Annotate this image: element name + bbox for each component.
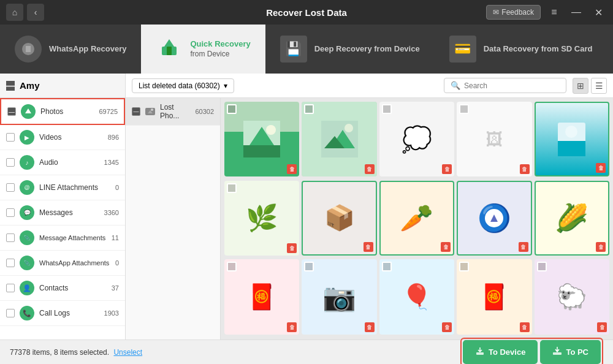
to-pc-label: To PC — [566, 347, 588, 357]
waattach-count: 0 — [115, 259, 119, 267]
title-bar-actions: ✉ Feedback ≡ — ✕ — [486, 4, 607, 21]
recovery-icon — [158, 38, 180, 60]
delete-icon-10[interactable]: 🗑 — [596, 242, 606, 252]
photos-checkbox[interactable]: — — [7, 107, 16, 116]
dropdown-arrow-icon: ▾ — [224, 82, 227, 90]
line-icon: @ — [20, 180, 34, 195]
delete-icon-7[interactable]: 🗑 — [364, 242, 373, 252]
sidebar-item-line[interactable]: @ LINE Attachments 0 — [0, 175, 125, 200]
photo-cell-7[interactable]: 📦 🗑 — [302, 181, 376, 256]
tab-sdcard[interactable]: 💳 Data Recovery from SD Card — [435, 25, 607, 74]
back-button[interactable]: ‹ — [27, 4, 44, 21]
waattach-checkbox[interactable] — [6, 259, 15, 267]
envelope-icon: ✉ — [493, 8, 499, 17]
delete-icon-12[interactable]: 🗑 — [365, 322, 375, 332]
svg-marker-4 — [25, 108, 31, 113]
delete-icon-15[interactable]: 🗑 — [597, 322, 607, 332]
list-view-button[interactable]: ☰ — [591, 78, 607, 94]
wa-attach-icon: 📎 — [24, 260, 30, 266]
feedback-button[interactable]: ✉ Feedback — [486, 5, 541, 20]
nav-tabs: WhatsApp Recovery Quick Recovery from De… — [0, 25, 613, 74]
camera-emoji: 📷 — [322, 281, 356, 313]
sidebar-item-videos[interactable]: ▶ Videos 896 — [0, 125, 125, 150]
search-input[interactable] — [464, 82, 560, 90]
photo-cell-1[interactable]: 🗑 — [224, 102, 299, 176]
delete-icon-13[interactable]: 🗑 — [442, 322, 452, 332]
sidebar-item-photos[interactable]: — Photos 69725 — [0, 98, 125, 125]
tab-deep-recovery[interactable]: 💾 Deep Recovery from Device — [265, 25, 435, 74]
to-pc-button[interactable]: To PC — [540, 340, 601, 364]
delete-icon-3[interactable]: 🗑 — [442, 164, 452, 174]
sidebar-item-msgattach[interactable]: 📎 Message Attachments 11 — [0, 226, 125, 251]
msgattach-checkbox[interactable] — [6, 233, 15, 242]
messages-checkbox[interactable] — [6, 208, 15, 217]
photo-cell-11[interactable]: 🧧 🗑 — [224, 259, 299, 334]
sidebar-item-calllogs[interactable]: 📞 Call Logs 1903 — [0, 301, 125, 326]
videos-checkbox[interactable] — [6, 133, 15, 142]
photo-cell-10[interactable]: 🌽 🗑 — [535, 181, 609, 256]
delete-icon-5[interactable]: 🗑 — [596, 163, 606, 173]
delete-icon-4[interactable]: 🗑 — [520, 164, 530, 174]
photo-checkbox-12[interactable] — [304, 262, 314, 271]
photo-cell-14[interactable]: 🧧 🗑 — [457, 259, 531, 334]
filter-dropdown[interactable]: List deleted data (60302) ▾ — [132, 78, 234, 93]
quick-recovery-icon — [156, 36, 183, 63]
photo-cell-15[interactable]: 🐑 🗑 — [535, 259, 609, 334]
box-emoji: 📦 — [324, 203, 355, 232]
menu-button[interactable]: ≡ — [546, 4, 563, 21]
delete-icon-1[interactable]: 🗑 — [287, 164, 297, 174]
minimize-button[interactable]: — — [568, 4, 585, 21]
sidebar-item-messages[interactable]: 💬 Messages 3360 — [0, 200, 125, 226]
content-toolbar: List deleted data (60302) ▾ 🔍 ⊞ ☰ — [126, 74, 613, 98]
delete-icon-9[interactable]: 🗑 — [519, 242, 528, 252]
waattach-label: WhatsApp Attachments — [39, 259, 110, 267]
photo-cell-12[interactable]: 📷 🗑 — [302, 259, 376, 334]
photo-checkbox-1[interactable] — [227, 104, 237, 114]
photo-checkbox-3[interactable] — [382, 104, 392, 114]
delete-icon-8[interactable]: 🗑 — [441, 242, 451, 252]
photo-cell-2[interactable]: 🗑 — [302, 102, 376, 176]
delete-icon-14[interactable]: 🗑 — [520, 322, 530, 332]
photo-cell-3[interactable]: 💭 🗑 — [379, 102, 454, 176]
lost-photos-checkbox[interactable]: — — [132, 107, 140, 116]
line-checkbox[interactable] — [6, 183, 15, 192]
title-bar-nav: ⌂ ‹ — [6, 4, 44, 21]
sidebar-item-waattach[interactable]: 📎 WhatsApp Attachments 0 — [0, 251, 125, 276]
audio-checkbox[interactable] — [6, 158, 15, 167]
photo-cell-8[interactable]: 🥕 🗑 — [379, 181, 454, 256]
sidebar-item-contacts[interactable]: 👤 Contacts 37 — [0, 276, 125, 301]
grid-view-button[interactable]: ⊞ — [573, 78, 588, 94]
photo-cell-13[interactable]: 🎈 🗑 — [379, 259, 454, 334]
photo-cell-5[interactable]: 🗑 — [535, 102, 609, 176]
photo-cell-4[interactable]: 🖼 🗑 — [457, 102, 531, 176]
photo-checkbox-11[interactable] — [227, 262, 237, 271]
tab-whatsapp[interactable]: WhatsApp Recovery — [0, 25, 141, 74]
to-device-button[interactable]: To Device — [463, 340, 538, 364]
contacts-checkbox[interactable] — [6, 284, 15, 292]
unselect-link[interactable]: Unselect — [113, 348, 142, 357]
triangle-overlay — [485, 209, 503, 227]
photo-cell-9[interactable]: 🔵 🗑 — [457, 181, 531, 256]
sidebar-header-checkbox[interactable]: — — [6, 81, 15, 91]
audio-icon: ♪ — [20, 155, 34, 170]
photo-checkbox-15[interactable] — [537, 262, 547, 271]
tab-quick-recovery[interactable]: Quick Recovery from Device — [141, 25, 265, 74]
filter-label: List deleted data (60302) — [139, 82, 220, 90]
audio-count: 1345 — [104, 159, 119, 166]
sub-sidebar-item-lostphotos[interactable]: — Lost Pho... 60302 — [126, 98, 220, 126]
delete-icon-2[interactable]: 🗑 — [365, 164, 375, 174]
delete-icon-6[interactable]: 🗑 — [287, 243, 297, 253]
photo-checkbox-13[interactable] — [382, 262, 392, 271]
photo-checkbox-2[interactable] — [304, 104, 314, 114]
close-button[interactable]: ✕ — [590, 4, 607, 21]
photo-checkbox-4[interactable] — [459, 104, 469, 114]
sidebar-item-audio[interactable]: ♪ Audio 1345 — [0, 150, 125, 175]
home-button[interactable]: ⌂ — [6, 4, 23, 21]
phone-call-icon: 📞 — [23, 309, 31, 317]
photo-checkbox-6[interactable] — [227, 183, 237, 193]
photo-cell-6[interactable]: 🌿 🗑 — [224, 181, 299, 256]
delete-icon-11[interactable]: 🗑 — [287, 322, 297, 332]
calllogs-label: Call Logs — [39, 309, 99, 317]
photo-checkbox-14[interactable] — [459, 262, 469, 271]
calllogs-checkbox[interactable] — [6, 309, 15, 317]
